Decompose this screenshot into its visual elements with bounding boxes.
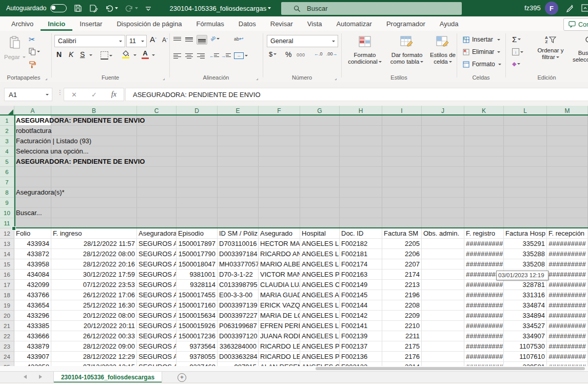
cell-L1[interactable] <box>504 116 547 126</box>
cell-M5[interactable] <box>547 157 588 167</box>
cell-M9[interactable] <box>547 198 588 208</box>
fill-button[interactable]: ↓ <box>512 48 523 55</box>
cell-C11[interactable] <box>137 218 177 228</box>
cell-D2[interactable] <box>177 126 218 136</box>
cell-F7[interactable] <box>259 177 300 187</box>
cell-E1[interactable] <box>218 116 259 126</box>
cell-F11[interactable] <box>259 218 300 228</box>
cell-B22[interactable]: 26/12/2022 00:33 <box>51 331 137 341</box>
cell-K15[interactable]: ########## <box>464 259 504 270</box>
cut-icon[interactable]: ✂ <box>29 35 35 44</box>
cell-H7[interactable] <box>340 177 382 187</box>
cell-D23[interactable]: 9373564 <box>177 341 218 352</box>
cell-J6[interactable] <box>422 167 464 177</box>
cell-M16[interactable]: ########## <box>547 270 588 280</box>
cell-E12[interactable]: ID SM / Póliz <box>218 228 259 239</box>
cell-H2[interactable] <box>340 126 382 136</box>
cell-H6[interactable] <box>340 167 382 177</box>
cell-K7[interactable] <box>464 177 504 187</box>
cell-F15[interactable]: MARIO ALBE <box>259 259 300 270</box>
cell-F20[interactable]: MARIA DE LO <box>259 311 300 321</box>
cell-G3[interactable] <box>300 136 340 146</box>
clear-button[interactable]: ◆ <box>512 61 520 67</box>
undo-button[interactable] <box>105 4 118 12</box>
font-color-button[interactable]: A <box>142 49 149 59</box>
cell-D8[interactable] <box>177 187 218 198</box>
fill-color-button[interactable] <box>122 50 129 59</box>
cell-D22[interactable]: 1500017236 <box>177 331 218 341</box>
cell-A13[interactable]: 433934 <box>14 239 51 249</box>
align-top-button[interactable] <box>173 36 181 43</box>
cell-D4[interactable] <box>177 146 218 157</box>
cell-G23[interactable]: ANGELES PED <box>300 341 340 352</box>
cell-D21[interactable]: 1500015926 <box>177 321 218 331</box>
cell-I23[interactable]: 2175 <box>382 341 422 352</box>
cell-G16[interactable]: ANGELES PED <box>300 270 340 280</box>
percent-format-button[interactable]: % <box>285 50 291 59</box>
cell-E16[interactable]: D70-3-1-22 <box>218 270 259 280</box>
horizontal-scrollbar-thumb[interactable] <box>316 367 585 370</box>
redo-dropdown-icon[interactable] <box>135 7 138 9</box>
cell-L14[interactable]: 335288 <box>504 249 547 259</box>
cell-C6[interactable] <box>137 167 177 177</box>
row-header-5[interactable]: 5 <box>0 157 14 167</box>
cell-H18[interactable]: F002145 <box>340 290 382 300</box>
cell-K18[interactable]: ########## <box>464 290 504 300</box>
cell-G14[interactable]: ANGELES LIN <box>300 249 340 259</box>
cell-L9[interactable] <box>504 198 547 208</box>
cell-I19[interactable]: 2208 <box>382 300 422 311</box>
increase-indent-button[interactable]: → <box>221 52 231 59</box>
cell-G6[interactable] <box>300 167 340 177</box>
tab-fórmulas[interactable]: Fórmulas <box>189 16 231 31</box>
cell-D11[interactable] <box>177 218 218 228</box>
font-name-select[interactable]: Calibri <box>54 35 125 47</box>
cell-F24[interactable]: RICARDO LEO <box>259 352 300 362</box>
save-as-icon[interactable] <box>89 4 98 12</box>
sheet-nav-right-icon[interactable] <box>39 375 42 379</box>
cell-M1[interactable] <box>547 116 588 126</box>
align-left-button[interactable] <box>173 52 181 59</box>
cell-M2[interactable] <box>547 126 588 136</box>
document-title[interactable]: 230104-105336_foliosdescargas <box>170 5 267 12</box>
cell-G5[interactable] <box>300 157 340 167</box>
italic-button[interactable]: K <box>69 50 73 59</box>
cell-L10[interactable] <box>504 208 547 218</box>
cell-F9[interactable] <box>259 198 300 208</box>
cell-E4[interactable] <box>218 146 259 157</box>
cell-E22[interactable]: D003397120 <box>218 331 259 341</box>
cell-A21[interactable]: 433385 <box>14 321 51 331</box>
cell-H1[interactable] <box>340 116 382 126</box>
paste-button[interactable]: Pegar <box>3 34 27 61</box>
cell-H22[interactable]: F002139 <box>340 331 382 341</box>
cell-D24[interactable]: 9378055 <box>177 352 218 362</box>
cell-K22[interactable]: ########## <box>464 331 504 341</box>
cell-I17[interactable]: 2213 <box>382 280 422 290</box>
find-select-button[interactable]: Buscar y seleccionar <box>566 34 588 63</box>
cell-H10[interactable] <box>340 208 382 218</box>
cell-J17[interactable] <box>422 280 464 290</box>
customize-quick-access-icon[interactable] <box>145 5 151 11</box>
cell-C9[interactable] <box>137 198 177 208</box>
align-center-button[interactable] <box>185 52 193 59</box>
cell-F14[interactable]: RICARDO AN <box>259 249 300 259</box>
copy-icon[interactable] <box>29 48 40 55</box>
cell-C2[interactable] <box>137 126 177 136</box>
decrease-decimal-button[interactable]: .00→ <box>326 51 338 56</box>
cell-K11[interactable] <box>464 218 504 228</box>
row-header-18[interactable]: 18 <box>0 290 14 300</box>
row-header-19[interactable]: 19 <box>0 300 14 311</box>
cell-J8[interactable] <box>422 187 464 198</box>
cell-L3[interactable] <box>504 136 547 146</box>
tab-programador[interactable]: Programador <box>379 16 433 31</box>
cell-C3[interactable] <box>137 136 177 146</box>
cell-D6[interactable] <box>177 167 218 177</box>
bold-button[interactable]: N <box>56 50 62 59</box>
cell-G19[interactable]: ANGELES LIN <box>300 300 340 311</box>
cell-A16[interactable]: 434084 <box>14 270 51 280</box>
cell-C8[interactable] <box>137 187 177 198</box>
portapapeles-dialog-launcher-icon[interactable]: ⌟ <box>45 75 47 81</box>
cell-I14[interactable]: 2206 <box>382 249 422 259</box>
cell-G20[interactable]: ANGELES LIN <box>300 311 340 321</box>
cell-E9[interactable] <box>218 198 259 208</box>
search-input[interactable]: Buscar <box>281 2 462 15</box>
